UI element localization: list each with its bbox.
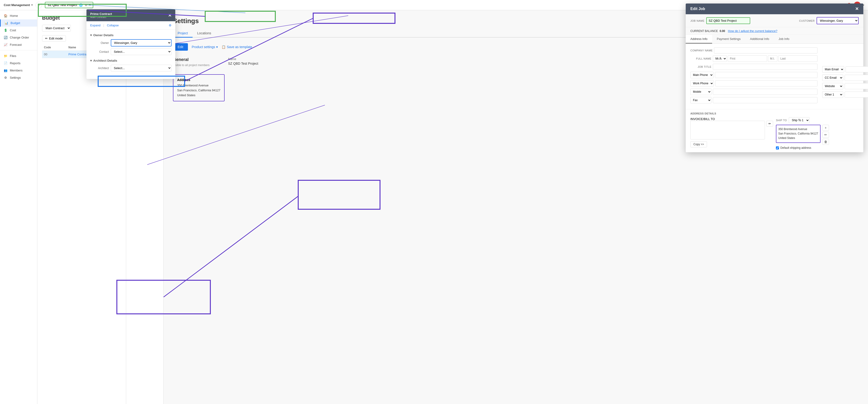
refresh-button[interactable]: ↺ [35,2,42,8]
sidebar-item-forecast-label: Forecast [10,43,22,46]
mobile-input[interactable] [713,89,817,95]
ship-add-button[interactable]: + [823,125,829,131]
architect-select[interactable]: Select... [111,65,172,71]
app-title-label: Cost Management [4,3,30,7]
contact-field: Contact Select... [90,48,172,55]
cc-email-input[interactable] [845,75,868,81]
tab-additional-info[interactable]: Additional Info [745,35,774,43]
sidebar-cost-management: 🏠 Home 📊 Budget 💲 Cost 🔄 Change Order 📈 [0,10,37,404]
owner-details-title[interactable]: ▾ Owner Details [90,33,172,37]
balance-row: CURRENT BALANCE 0.00 How do I adjust the… [686,27,863,35]
website-select[interactable]: Website [822,83,843,90]
ship-to-header: SHIP TO Ship To 1 [776,117,859,123]
main-phone-select[interactable]: Main Phone [690,72,714,78]
app-name[interactable]: Cost Management ▾ [4,3,33,7]
ship-to-col: SHIP TO Ship To 1 350 Brentwood Avenue S… [776,117,859,149]
address-details-grid: INVOICE/BILL TO ✏ Copy >> SHIP TO Ship T… [690,117,859,149]
sidebar-item-cost-label: Cost [10,29,16,32]
main-email-select[interactable]: Main Email [822,66,844,73]
sidebar-item-change-order[interactable]: 🔄 Change Order [0,34,37,41]
ship-delete-button[interactable]: 🗑 [823,139,829,145]
prime-modal-gear-icon[interactable]: ⚙ [169,24,172,27]
other1-select[interactable]: Other 1 [822,91,843,98]
settings-icon[interactable]: ⚙ [85,3,87,7]
website-input[interactable] [845,83,868,89]
tab-job-info[interactable]: Job Info [774,35,794,43]
save-template-icon: 📋 [222,45,225,49]
invoice-area: ✏ [690,121,773,139]
last-name-input[interactable] [778,55,817,62]
address-line3: United States [177,93,220,98]
project-name-box[interactable]: SZ QBD Test Project 🌐 ⚙ ▾ [45,2,93,8]
tab-locations[interactable]: Locations [193,29,216,38]
owner-select[interactable]: Wiessinger, Gary [111,39,172,46]
tab-payment-settings[interactable]: Payment Settings [712,35,745,43]
main-email-input[interactable] [845,66,868,72]
cc-email-select[interactable]: CC Email [822,74,843,81]
expand-link[interactable]: Expand [90,24,100,27]
architect-details-chevron: ▾ [90,59,92,62]
collapse-link[interactable]: Collapse [107,24,119,27]
main-phone-input[interactable] [715,72,817,78]
sidebar-item-budget[interactable]: 📊 Budget [0,20,37,27]
other1-input[interactable] [845,92,868,98]
sidebar-item-settings[interactable]: ⚙ Settings [0,74,37,81]
address-line1: 350 Brentwood Avenue [177,83,220,88]
job-title-input[interactable] [713,64,817,70]
change-order-icon: 🔄 [4,36,7,39]
app-title-chevron: ▾ [31,3,33,6]
owner-details-section: ▾ Owner Details Owner Wiessinger, Gary C… [90,33,172,55]
prime-modal-header: Prime Contract Main Contract ✕ [87,9,175,21]
edit-job-close-icon[interactable]: ✕ [855,6,859,11]
prime-modal-close-icon[interactable]: ✕ [168,13,172,18]
sidebar-item-forecast[interactable]: 📈 Forecast [0,41,37,48]
address-form-right: Main Email CC Email Website [817,47,868,105]
settings-nav-icon: ⚙ [4,76,7,79]
product-settings-chevron: ▾ [216,45,218,49]
balance-label: CURRENT BALANCE 0.00 [690,29,725,33]
copy-button[interactable]: Copy >> [690,141,707,147]
default-shipping-checkbox[interactable] [776,146,779,149]
mi-input[interactable] [768,55,777,62]
edit-job-top-fields: JOB NAME CUSTOMER Wiessinger, Gary [686,14,863,27]
product-settings-label: Product settings [192,45,215,49]
invoice-bill-to-col: INVOICE/BILL TO ✏ Copy >> [690,117,773,149]
sidebar-item-home[interactable]: 🏠 Home [0,12,37,20]
budget-filter-select[interactable]: Main Contract [42,25,71,32]
balance-adjust-link[interactable]: How do I adjust the current balance? [728,29,778,33]
address-details-section: ADDRESS DETAILS INVOICE/BILL TO ✏ Copy >… [686,109,863,152]
ship-to-select[interactable]: Ship To 1 [789,117,810,123]
job-name-input[interactable] [706,17,750,24]
work-phone-select[interactable]: Work Phone [690,80,714,87]
tab-address-info[interactable]: Address Info [686,35,712,43]
architect-details-title[interactable]: ▾ Architect Details [90,59,172,62]
invoice-bill-to-textarea[interactable] [690,121,765,139]
first-name-input[interactable] [728,55,767,62]
sidebar-item-reports[interactable]: 📄 Reports [0,60,37,67]
files-icon: 📁 [4,54,7,58]
work-phone-input[interactable] [715,80,817,87]
mobile-select[interactable]: Mobile [690,89,711,95]
save-template-button[interactable]: 📋 Save as template [222,45,252,49]
main-phone-row: Main Phone [690,72,817,78]
edit-mode-button[interactable]: ✏ Edit mode [42,35,66,41]
ship-edit-button[interactable]: ✏ [823,132,829,138]
home-icon: 🏠 [4,14,7,18]
invoice-edit-icon[interactable]: ✏ [766,121,773,127]
tab-project[interactable]: Project [173,29,193,38]
product-settings-button[interactable]: Product settings ▾ [192,45,218,49]
full-name-label: FULL NAME [690,57,711,60]
fax-select[interactable]: Fax [690,97,711,103]
company-name-input[interactable] [714,47,817,54]
sidebar-item-cost[interactable]: 💲 Cost [0,27,37,34]
salutation-select[interactable]: Mr./Ms./ [713,55,727,62]
save-template-label: Save as template [227,45,252,49]
sidebar-item-members[interactable]: 👥 Members [0,67,37,74]
contact-select[interactable]: Select... [111,48,172,55]
default-shipping-label: Default shipping address [780,146,811,149]
customer-select[interactable]: Wiessinger, Gary [816,17,859,24]
work-phone-row: Work Phone [690,80,817,87]
sidebar-nav: 🏠 Home 📊 Budget 💲 Cost 🔄 Change Order 📈 [0,10,37,83]
fax-input[interactable] [713,97,817,103]
sidebar-item-files[interactable]: 📁 Files [0,52,37,60]
